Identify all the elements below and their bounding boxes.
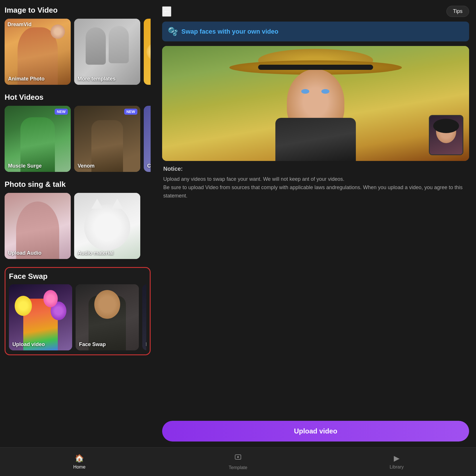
card-upload-audio[interactable]: Upload Audio: [5, 193, 71, 259]
card-label-animate-photo: Animate Photo: [8, 76, 45, 82]
swap-banner-icon: 🫧: [168, 27, 178, 36]
elderly-couple-image: [74, 19, 140, 85]
card-col-partial[interactable]: Col: [144, 106, 151, 172]
nav-label-home: Home: [73, 465, 86, 470]
swap-banner-text: Swap faces with your own video: [181, 28, 278, 35]
right-top-bar: ← Tips: [162, 6, 469, 17]
card-label-hal-partial: Hal: [146, 341, 146, 348]
muscle-surge-image: [5, 106, 71, 172]
card-label-audio-material: Audio material: [78, 250, 114, 256]
nav-item-library[interactable]: ▶ Library: [317, 451, 476, 473]
notice-title: Notice:: [163, 166, 468, 172]
upload-video-button[interactable]: Upload video: [162, 421, 469, 442]
section-title-hot-videos: Hot Videos: [5, 93, 151, 102]
dreamvid-logo: DreamVid: [7, 22, 32, 28]
library-icon: ▶: [394, 454, 400, 463]
main-face-swap-image: [162, 46, 469, 161]
face-thumb-inner: [430, 116, 462, 154]
swap-banner: 🫧 Swap faces with your own video: [162, 22, 469, 41]
section-face-swap: Face Swap Upload video: [5, 267, 151, 355]
card-more-templates[interactable]: More templates: [74, 19, 140, 85]
section-title-face-swap: Face Swap: [9, 272, 146, 281]
card-label-more-templates: More templates: [78, 76, 116, 82]
card-hal-partial[interactable]: Hal: [142, 284, 146, 350]
back-button[interactable]: ←: [162, 6, 171, 17]
card-muscle-surge[interactable]: NEW Muscle Surge: [5, 106, 71, 172]
card-label-venom: Venom: [78, 163, 95, 169]
white-cat-image: [74, 193, 140, 259]
image-to-video-row: DreamVid Animate Photo More templates: [5, 19, 151, 85]
section-image-to-video: Image to Video DreamVid Animate Photo: [5, 6, 151, 85]
card-face-swap[interactable]: Face Swap: [76, 284, 139, 350]
card-venom[interactable]: NEW Venom: [74, 106, 140, 172]
card-upload-video[interactable]: Upload video: [9, 284, 72, 350]
card-animate-photo[interactable]: DreamVid Animate Photo: [5, 19, 71, 85]
card-label-muscle-surge: Muscle Surge: [8, 163, 42, 169]
badge-new-muscle: NEW: [55, 109, 68, 115]
card-audio-material[interactable]: Audio material: [74, 193, 140, 259]
bottom-nav: 🏠 Home Template ▶ Library: [0, 447, 476, 476]
hot-videos-row: NEW Muscle Surge NEW Venom Col: [5, 106, 151, 172]
face-thumbnail[interactable]: [429, 115, 463, 155]
photo-sing-row: Upload Audio Audio material: [5, 193, 151, 259]
tips-button[interactable]: Tips: [446, 6, 469, 17]
notice-section: Notice: Upload any videos to swap face y…: [162, 166, 469, 200]
orange-circle: [144, 19, 151, 85]
section-hot-videos: Hot Videos NEW Muscle Surge: [5, 93, 151, 172]
section-photo-sing-talk: Photo sing & talk Upload Audio: [5, 180, 151, 259]
main-image-area[interactable]: [162, 46, 469, 161]
section-title-image-to-video: Image to Video: [5, 6, 151, 15]
left-panel: Image to Video DreamVid Animate Photo: [0, 0, 155, 447]
card-anim-partial[interactable]: j: [144, 19, 151, 85]
home-icon: 🏠: [75, 454, 84, 463]
asian-woman-image: [5, 193, 71, 259]
badge-new-venom: NEW: [124, 109, 137, 115]
card-label-col-partial: Col: [147, 163, 151, 169]
face-swap-row: Upload video Face Swap Hal: [9, 284, 146, 350]
card-label-face-swap: Face Swap: [79, 341, 106, 348]
card-label-upload-video: Upload video: [12, 341, 45, 348]
card-label-upload-audio: Upload Audio: [8, 250, 41, 256]
nav-item-template[interactable]: Template: [159, 451, 317, 473]
nav-item-home[interactable]: 🏠 Home: [0, 451, 159, 473]
venom-image: [74, 106, 140, 172]
right-panel: ← Tips 🫧 Swap faces with your own video: [155, 0, 476, 447]
notice-text: Upload any videos to swap face your want…: [163, 175, 468, 200]
nav-label-library: Library: [390, 465, 404, 470]
nav-label-template: Template: [229, 465, 247, 470]
template-icon: [234, 454, 242, 463]
section-title-photo-sing: Photo sing & talk: [5, 180, 151, 189]
